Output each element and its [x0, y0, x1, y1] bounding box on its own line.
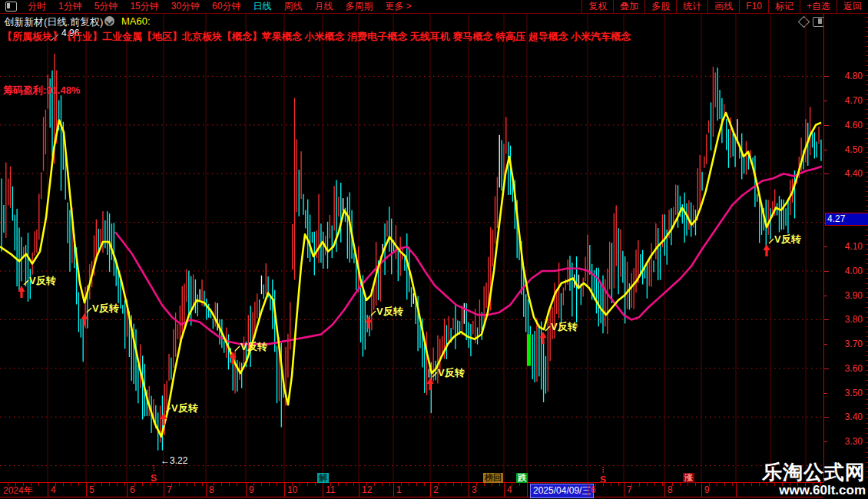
chip-profit-label: 筹码盈利:91.48%	[3, 84, 80, 97]
date-axis-tick	[150, 483, 151, 486]
price-axis-tick	[824, 319, 829, 320]
watermark-url: www.60lt.com	[762, 483, 866, 497]
date-axis-separator	[469, 483, 469, 497]
event-badge: 跌	[516, 473, 528, 483]
price-axis-label: 3.40	[845, 411, 863, 422]
date-axis-label: 5	[89, 484, 94, 495]
date-axis-tick	[300, 483, 300, 486]
date-axis-tick	[603, 483, 604, 486]
date-axis-tick	[484, 483, 485, 486]
date-axis-tick	[315, 483, 316, 486]
date-axis-tick	[492, 483, 492, 486]
price-axis-label: 4.40	[845, 168, 863, 179]
price-axis-tick	[824, 441, 827, 442]
date-axis-label: 10	[287, 484, 297, 495]
date-axis-separator	[504, 483, 505, 497]
date-axis-tick	[611, 483, 611, 486]
price-axis-label: 4.50	[845, 144, 863, 155]
date-axis-tick	[519, 483, 520, 486]
date-axis-tick	[269, 483, 270, 486]
date-axis-tick	[461, 483, 462, 486]
v-reversal-label: V反转	[376, 306, 404, 317]
date-axis-tick	[353, 483, 354, 486]
date-axis-tick	[416, 483, 417, 486]
date-axis-tick	[453, 483, 454, 486]
event-badge: 榜回	[483, 473, 503, 483]
low-price-annotation: ←3.22	[161, 455, 188, 466]
date-axis-tick	[117, 483, 118, 486]
date-axis-tick	[374, 483, 375, 486]
date-axis-label: 4	[507, 484, 512, 495]
price-axis-label: 4.60	[845, 120, 863, 131]
date-axis-tick	[639, 483, 640, 486]
date-axis-label: 7	[167, 484, 172, 495]
date-axis-tick	[759, 483, 760, 486]
date-axis-label: 12	[362, 484, 372, 495]
date-axis-tick	[171, 483, 172, 486]
date-axis-label: 9	[704, 484, 710, 495]
date-axis-tick	[221, 483, 222, 486]
sell-signal-mark: S	[151, 465, 157, 484]
date-axis-tick	[732, 483, 733, 486]
date-axis-tick	[261, 483, 262, 486]
price-axis-label: 3.60	[845, 363, 863, 374]
date-axis-tick	[179, 483, 180, 486]
date-axis-separator	[624, 483, 624, 497]
date-axis: 2024年45678910111212342025/04/09/三6789	[0, 482, 823, 497]
price-axis-tick	[824, 344, 827, 345]
v-reversal-label: V反转	[240, 341, 268, 352]
date-axis-tick	[63, 483, 64, 486]
price-axis-tick	[824, 76, 829, 77]
date-axis-tick	[194, 483, 195, 486]
price-axis: 4.804.704.604.504.404.204.104.003.903.80…	[823, 14, 868, 482]
date-axis-tick	[38, 483, 39, 486]
v-reversal-label: V反转	[774, 233, 802, 245]
price-axis-tick	[824, 246, 827, 247]
date-axis-tick	[382, 483, 383, 486]
date-axis-separator	[527, 483, 528, 497]
date-axis-separator	[127, 483, 128, 497]
date-axis-tick	[134, 483, 135, 486]
date-axis-tick	[366, 483, 367, 486]
date-axis-tick	[672, 483, 673, 486]
sector-concept-line: 【所属板块】【行业】工业金属【地区】北京板块【概念】苹果概念 小米概念 消费电子…	[2, 30, 817, 44]
date-axis-separator	[664, 483, 665, 497]
date-axis-tick	[438, 483, 439, 486]
watermark: 乐淘公式网 www.60lt.com	[762, 461, 866, 497]
candlestick-chart[interactable]: V反转V反转V反转V反转V反转V反转V反转V反转4.96←3.22SS	[0, 0, 823, 499]
price-axis-label: 4.00	[845, 266, 863, 276]
menu-item-返回[interactable]: 返回	[837, 0, 868, 13]
date-axis-tick	[744, 483, 744, 486]
v-reversal-label: V反转	[551, 321, 578, 332]
crosshair-date-box: 2025/04/09/三	[530, 484, 594, 498]
date-axis-separator	[588, 483, 588, 497]
date-axis-separator	[48, 483, 48, 497]
date-axis-tick	[647, 483, 648, 486]
date-axis-label: 6	[591, 484, 596, 495]
date-axis-tick	[277, 483, 277, 486]
price-axis-label: 3.30	[845, 436, 863, 447]
price-axis-label: 4.80	[845, 71, 863, 81]
date-axis-tick	[709, 483, 710, 486]
date-axis-tick	[680, 483, 681, 486]
date-axis-tick	[101, 483, 102, 486]
date-axis-label: 3	[472, 484, 477, 495]
date-axis-tick	[55, 483, 56, 486]
date-axis-tick	[618, 483, 619, 486]
date-axis-tick	[662, 483, 663, 486]
price-axis-tick	[824, 150, 827, 150]
date-axis-tick	[476, 483, 477, 486]
date-axis-tick	[424, 483, 425, 486]
date-axis-separator	[164, 483, 164, 497]
v-reversal-marker: V反转	[81, 302, 120, 326]
date-axis-tick	[687, 483, 688, 486]
date-axis-tick	[389, 483, 390, 486]
date-axis-tick	[237, 483, 237, 486]
event-badge: 涨	[683, 473, 694, 483]
v-reversal-marker: V反转	[18, 275, 57, 298]
watermark-site-name: 乐淘公式网	[762, 461, 866, 483]
date-axis-tick	[23, 483, 24, 486]
price-axis-label: 4.70	[845, 95, 863, 106]
stock-app-window: 分时1分钟5分钟15分钟30分钟60分钟日线周线月线多周期更多 > 复权叠加多股…	[0, 0, 868, 499]
date-axis-tick	[512, 483, 512, 486]
